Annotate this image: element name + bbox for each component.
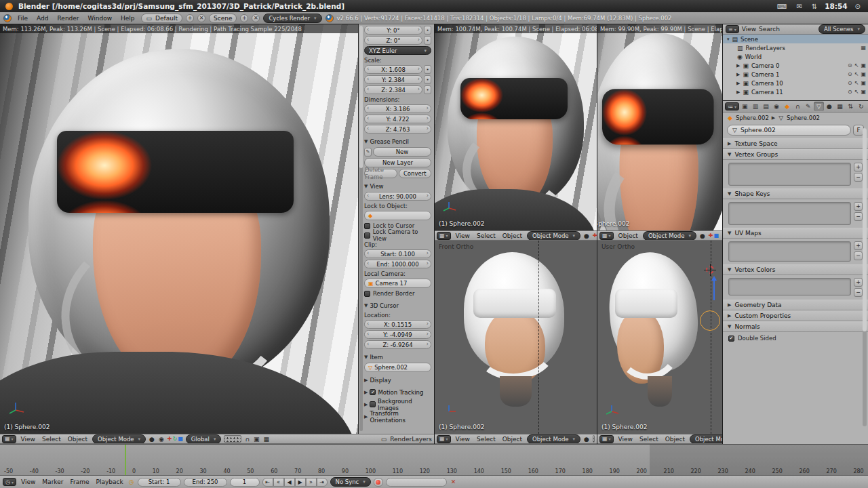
expand-icon[interactable]: ▶ (736, 63, 740, 68)
play-button[interactable]: ▶ (295, 478, 306, 487)
section-texture-space[interactable]: ▶Texture Space (723, 138, 868, 149)
menu-view[interactable]: View (19, 436, 37, 443)
checkbox-unchecked[interactable] (364, 291, 370, 297)
render-icon[interactable]: ▦ (861, 45, 866, 51)
clip-start-field[interactable]: Start: 0.100 (364, 249, 431, 258)
scale-y-field[interactable]: Y: 2.384 (364, 75, 422, 84)
manipulator-toggles[interactable]: ✚■ (709, 232, 719, 239)
render-opengl-icon[interactable]: ▦ (263, 436, 271, 443)
dim-y-field[interactable]: Y: 4.722 (364, 115, 431, 123)
outliner-item-camera-11[interactable]: ▶ ▣ Camera 11 ⊙↖▣ (723, 87, 868, 96)
gp-new-button[interactable]: New (373, 147, 431, 157)
scrollbar-thumb[interactable] (863, 128, 867, 331)
remove-uv-map-button[interactable]: − (854, 251, 863, 260)
manipulator-toggles[interactable]: ✚↻■ (593, 232, 597, 239)
current-frame-marker[interactable] (125, 445, 126, 475)
menu-object[interactable]: Object (500, 436, 524, 443)
checkbox-unchecked[interactable] (370, 401, 376, 407)
previous-keyframe-button[interactable]: « (273, 478, 284, 487)
auto-keyframe-record-button[interactable] (374, 478, 383, 487)
section-custom-properties[interactable]: ▶Custom Properties (723, 310, 868, 321)
viewport-shading-icon[interactable]: ● (583, 436, 590, 443)
expand-icon[interactable]: ▶ (736, 89, 740, 95)
scrollbar[interactable] (863, 128, 867, 426)
move-manipulator-icon[interactable]: ✚ (709, 232, 713, 239)
tab-particles[interactable]: ⇅ (846, 102, 856, 111)
gp-new-layer-button[interactable]: New Layer (364, 158, 431, 167)
menu-object[interactable]: Object (500, 232, 524, 239)
screen-layout-selector[interactable]: ▭ Default (141, 14, 182, 23)
layers-widget[interactable] (224, 435, 241, 443)
scale-z-field[interactable]: Z: 2.384 (364, 85, 422, 94)
dim-x-field[interactable]: X: 3.186 (364, 104, 431, 113)
menu-object[interactable]: Object (66, 436, 90, 443)
eye-icon[interactable]: ⊙ (848, 80, 852, 86)
menu-view[interactable]: View (454, 232, 472, 239)
manipulator-ring[interactable] (700, 310, 720, 331)
viewport-shading-icon[interactable]: ● (583, 232, 590, 239)
shape-keys-list[interactable] (728, 202, 851, 225)
mail-indicator-icon[interactable]: ✉ (794, 3, 804, 10)
menu-select[interactable]: Select (637, 436, 660, 443)
panel-header-background-images[interactable]: ▶Background Images (364, 400, 431, 409)
render-icon[interactable]: ▣ (861, 62, 866, 68)
play-reverse-button[interactable]: ◀ (284, 478, 295, 487)
menu-view[interactable]: View (616, 436, 635, 443)
timeline-menu-view[interactable]: View (19, 479, 37, 485)
viewport-shading-icon[interactable]: ● (149, 436, 155, 443)
vertex-colors-list[interactable] (728, 278, 851, 296)
scale-manipulator-icon[interactable]: ■ (714, 232, 719, 239)
outliner-item-scene[interactable]: ▾ ▤ Scene (723, 35, 868, 43)
menu-help[interactable]: Help (118, 15, 138, 22)
panel-header-view[interactable]: ▼View (364, 182, 431, 190)
tab-constraints[interactable]: ∩ (793, 102, 803, 111)
eye-icon[interactable]: ⊙ (848, 89, 852, 95)
keyboard-indicator-icon[interactable]: ⌨ (775, 3, 789, 10)
eye-icon[interactable]: ⊙ (848, 62, 852, 68)
clock[interactable]: 18:54 (825, 2, 847, 10)
expand-icon[interactable]: ▾ (727, 37, 730, 42)
outliner-item-renderlayers[interactable]: ▥ RenderLayers ▦ (723, 43, 868, 52)
remove-vertex-color-button[interactable]: − (854, 288, 863, 297)
render-border-row[interactable]: Render Border (364, 289, 431, 298)
rotation-mode-dropdown[interactable]: XYZ Euler (364, 46, 431, 55)
uv-maps-list[interactable] (728, 241, 851, 262)
tab-world[interactable]: ◉ (772, 102, 782, 111)
frame-start-field[interactable]: Start: 1 (138, 478, 181, 487)
gp-convert-button[interactable]: Convert (399, 169, 432, 178)
breadcrumb-object[interactable]: Sphere.002 (736, 115, 769, 121)
rotation-y-field[interactable]: Y: 0° (364, 26, 422, 35)
keying-set-field[interactable] (386, 478, 447, 487)
section-shape-keys[interactable]: ▼Shape Keys (723, 188, 868, 199)
viewport-camera-mid[interactable]: Mem: 100.74M, Peak: 100.74M | Scene | El… (435, 24, 597, 230)
outliner-item-camera-0[interactable]: ▶ ▣ Camera 0 ⊙↖▣ (723, 61, 868, 70)
menu-window[interactable]: Window (85, 15, 115, 22)
panel-header-transform-orientations[interactable]: ▶Transform Orientations (364, 412, 431, 421)
menu-select[interactable]: Select (475, 232, 498, 239)
snap-magnet-icon[interactable]: ∩ (244, 436, 250, 443)
menu-object[interactable]: Object (663, 436, 687, 443)
scrollbar-thumb[interactable] (359, 26, 363, 168)
panel-header-3d-cursor[interactable]: ▼3D Cursor (364, 301, 431, 310)
mode-dropdown[interactable]: Object Mode (527, 231, 580, 241)
tab-modifiers[interactable]: ✎ (803, 102, 813, 111)
mode-dropdown[interactable]: Object Mode (690, 434, 722, 444)
panel-header-display[interactable]: ▶Display (364, 375, 431, 384)
tab-texture[interactable]: ▦ (835, 102, 845, 111)
pivot-point-icon[interactable]: ◉ (158, 436, 165, 443)
render-engine-dropdown[interactable]: Cycles Render (263, 14, 321, 23)
editor-type-button[interactable]: ≡ (726, 25, 739, 33)
datablock-name-field[interactable]: ▽ Sphere.002 (727, 125, 851, 136)
checkbox-unchecked[interactable] (364, 223, 370, 229)
expand-icon[interactable]: ▶ (736, 81, 740, 86)
mode-dropdown[interactable]: Object Mode (643, 231, 696, 241)
editor-type-button[interactable]: ◷ (3, 478, 16, 486)
viewport-front-ortho[interactable]: Front Ortho (1) Sphere.002 (435, 241, 597, 434)
lock-icon[interactable]: • (424, 36, 431, 45)
select-icon[interactable]: ↖ (854, 80, 859, 86)
gp-delete-frame-button[interactable]: Delete Frame (364, 169, 397, 178)
add-layout-button[interactable]: + (186, 14, 194, 22)
tab-object-data[interactable]: ▽ (814, 102, 824, 111)
select-icon[interactable]: ↖ (854, 89, 859, 95)
editor-type-button[interactable]: ▦ (437, 435, 451, 443)
